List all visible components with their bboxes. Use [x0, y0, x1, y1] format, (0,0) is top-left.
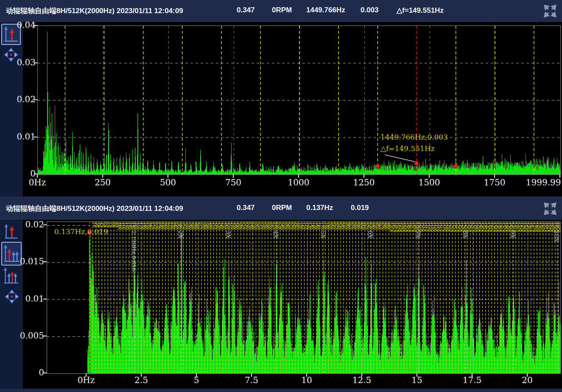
- x-tick-mark: [86, 373, 87, 377]
- x-tick-mark: [233, 174, 234, 178]
- x-tick-label: 1500: [419, 177, 440, 188]
- x-tick-mark: [361, 373, 362, 377]
- y-tick-label: 0.01: [6, 132, 36, 142]
- bottom-bar: [0, 389, 562, 392]
- x-tick-label: 1750: [484, 177, 506, 188]
- x-tick-mark: [102, 174, 103, 178]
- expand-fullscreen-icon[interactable]: [543, 4, 557, 18]
- y-tick-mark: [43, 261, 47, 262]
- order-marker-label: 10X: [553, 230, 560, 242]
- spectrum2-toolbar: [0, 220, 23, 389]
- x-tick-label: 0Hz: [29, 177, 46, 188]
- x-tick-mark: [306, 373, 307, 377]
- spectrum1-header: 动辊辊轴自由端8H/512K(2000Hz) 2023/01/11 12:04:…: [0, 0, 562, 22]
- y-tick-mark: [34, 99, 37, 100]
- x-tick-mark: [494, 174, 495, 178]
- x-tick-label: 500: [160, 177, 176, 188]
- x-tick-mark: [429, 174, 430, 178]
- y-tick-label: 0.02: [6, 94, 36, 104]
- y-tick-mark: [43, 299, 47, 300]
- order-marker-label: 3X: [225, 230, 232, 238]
- y-tick-label: 0.03: [6, 57, 36, 67]
- order-marker-label: 5X: [320, 230, 327, 238]
- x-tick-label: 250: [95, 177, 111, 188]
- spectrum1-cursor-freq: 1449.766Hz: [306, 6, 345, 14]
- order-marker-label: 8X: [462, 230, 469, 238]
- x-tick-label: 1999.99: [526, 177, 561, 188]
- spectrum2-plot[interactable]: [47, 221, 561, 374]
- x-tick-mark: [527, 373, 528, 377]
- spectrum-analyzer-app: 动辊辊轴自由端8H/512K(2000Hz) 2023/01/11 12:04:…: [0, 0, 562, 392]
- spectrum1-plot[interactable]: [37, 25, 561, 175]
- y-tick-label: 0.02: [14, 219, 44, 230]
- y-tick-label: 0.04: [6, 20, 36, 30]
- x-tick-mark: [251, 373, 252, 377]
- spectrum2-cursor-freq: 0.137Hz: [306, 204, 333, 212]
- x-tick-mark: [37, 174, 38, 178]
- spectrum1-cursor-amp: 0.003: [361, 6, 379, 14]
- spectrum2-overall-value: 0.347: [237, 204, 255, 212]
- x-tick-label: 750: [225, 177, 241, 188]
- y-tick-mark: [43, 372, 47, 373]
- spectrum1-cursor-annotation-line1: 1449.766Hz,0.003: [380, 133, 448, 141]
- x-tick-mark: [417, 373, 417, 377]
- x-tick-mark: [559, 174, 560, 178]
- y-tick-label: 0.01: [14, 294, 44, 304]
- x-tick-mark: [363, 174, 364, 178]
- spectrum1-delta-f: △f=149.551Hz: [397, 6, 444, 15]
- x-tick-mark: [298, 174, 299, 178]
- y-tick-mark: [43, 336, 47, 336]
- order-marker-value-label: 2.199Hz,0.016: [131, 230, 137, 272]
- y-tick-label: 0.005: [14, 330, 44, 341]
- y-tick-mark: [34, 137, 37, 137]
- x-tick-mark: [168, 174, 168, 178]
- spectrum2-title: 动辊辊轴自由端8H/512K(2000Hz) 2023/01/11 12:04:…: [6, 204, 183, 213]
- spectrum2-cursor-amp: 0.019: [351, 204, 369, 212]
- spectrum2-cursor-annotation: 0.137Hz,0.019: [54, 227, 108, 236]
- x-tick-mark: [141, 373, 142, 377]
- x-tick-mark: [472, 373, 473, 377]
- y-tick-mark: [43, 224, 47, 225]
- y-tick-label: 0.015: [14, 256, 44, 266]
- order-marker-label: 9X: [509, 230, 516, 238]
- y-tick-mark: [34, 62, 37, 63]
- y-tick-mark: [34, 25, 37, 26]
- expand-fullscreen-icon[interactable]: [543, 202, 557, 216]
- order-marker-label: 4X: [272, 230, 279, 238]
- x-tick-mark: [196, 373, 197, 377]
- order-marker-label: 7X: [414, 230, 421, 238]
- spectrum1-overall-value: 0.347: [237, 6, 255, 14]
- spectrum1-title: 动辊辊轴自由端8H/512K(2000Hz) 2023/01/11 12:04:…: [6, 6, 183, 16]
- spectrum2-rpm: 0RPM: [272, 204, 292, 212]
- x-tick-label: 1250: [353, 177, 375, 188]
- x-tick-label: 1000: [288, 177, 310, 188]
- y-tick-label: 0: [14, 367, 44, 378]
- order-marker-label: 6X: [367, 230, 374, 238]
- spectrum1-cursor-annotation-line2: △f=149.551Hz: [380, 144, 435, 153]
- order-marker-label: 2X: [177, 230, 184, 238]
- sideband-cursor-icon[interactable]: [2, 266, 20, 286]
- spectrum2-header: 动辊辊轴自由端8H/512K(2000Hz) 2023/01/11 12:04:…: [0, 196, 562, 220]
- spectrum1-rpm: 0RPM: [272, 6, 292, 14]
